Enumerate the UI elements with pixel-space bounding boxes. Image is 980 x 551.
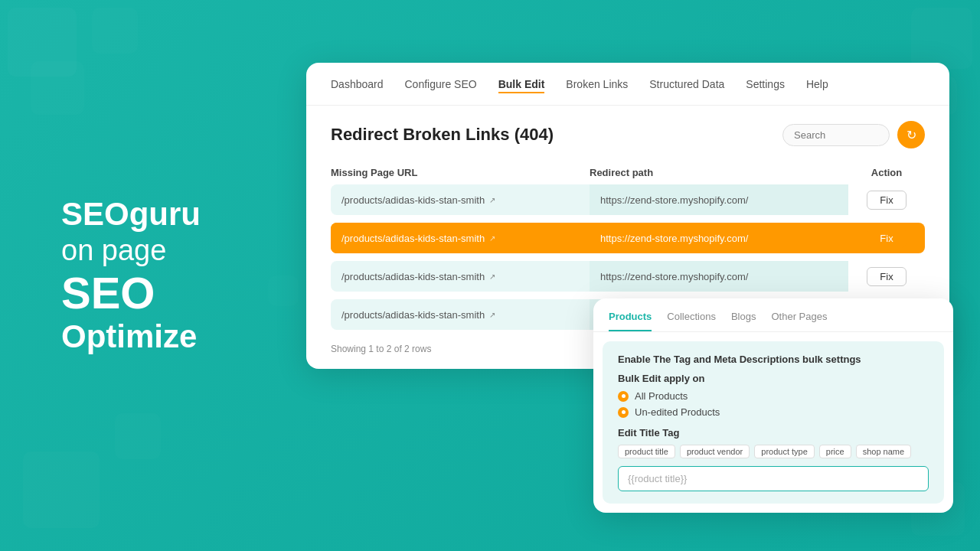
cell-url-4: /products/adidas-kids-stan-smith ↗ — [331, 299, 590, 330]
second-card: Products Collections Blogs Other Pages E… — [593, 298, 953, 513]
col-redirect: Redirect path — [590, 167, 848, 178]
deco-sq9 — [268, 276, 299, 306]
tab-blogs[interactable]: Blogs — [731, 311, 756, 331]
tab-products[interactable]: Products — [609, 311, 652, 331]
nav-settings[interactable]: Settings — [746, 75, 785, 93]
deco-sq7 — [115, 413, 161, 459]
tab-collections[interactable]: Collections — [667, 311, 716, 331]
panel-content: Enable The Tag and Meta Descriptions bul… — [603, 341, 944, 504]
tags-row: product title product vendor product typ… — [618, 445, 929, 458]
table-row-highlighted: /products/adidas-kids-stan-smith ↗ https… — [331, 223, 925, 253]
bulk-edit-label: Bulk Edit apply on — [618, 373, 929, 384]
nav-bulk-edit[interactable]: Bulk Edit — [498, 75, 545, 93]
radio-all-products[interactable]: All Products — [618, 390, 929, 402]
radio-group: All Products Un-edited Products — [618, 390, 929, 418]
col-action: Action — [848, 167, 925, 178]
refresh-icon: ↻ — [906, 128, 916, 142]
redirect-text-1: https://zend-store.myshopify.com/ — [600, 194, 748, 206]
template-input[interactable] — [618, 466, 929, 491]
fix-button-2[interactable]: Fix — [867, 229, 906, 248]
enable-text: Enable The Tag and Meta Descriptions bul… — [618, 354, 929, 365]
hero-line2: on page — [61, 233, 201, 269]
nav-broken-links[interactable]: Broken Links — [566, 75, 628, 93]
table-header: Missing Page URL Redirect path Action — [331, 161, 925, 184]
nav-help[interactable]: Help — [806, 75, 828, 93]
radio-dot-1 — [618, 391, 629, 402]
ext-icon-1: ↗ — [489, 196, 495, 204]
tag-price[interactable]: price — [819, 445, 851, 458]
tag-product-vendor[interactable]: product vendor — [680, 445, 750, 458]
nav-structured-data[interactable]: Structured Data — [649, 75, 724, 93]
redirect-text-3: https://zend-store.myshopify.com/ — [600, 271, 748, 282]
tag-product-type[interactable]: product type — [754, 445, 815, 458]
cell-action-2: Fix — [848, 223, 925, 253]
hero-text: SEOguru on page SEO Optimize — [61, 195, 201, 356]
cell-url-3: /products/adidas-kids-stan-smith ↗ — [331, 261, 590, 292]
page-title: Redirect Broken Links (404) — [331, 125, 554, 145]
hero-line1: SEOguru — [61, 195, 201, 233]
tag-shop-name[interactable]: shop name — [856, 445, 911, 458]
edit-title-label: Edit Title Tag — [618, 427, 929, 439]
refresh-button[interactable]: ↻ — [897, 121, 925, 148]
deco-sq2 — [92, 8, 138, 54]
header-right: ↻ — [782, 121, 925, 148]
hero-line3: SEO — [61, 269, 201, 318]
fix-button-3[interactable]: Fix — [867, 267, 906, 286]
nav-dashboard[interactable]: Dashboard — [331, 75, 384, 93]
search-input[interactable] — [782, 124, 890, 146]
url-text-1: /products/adidas-kids-stan-smith — [341, 194, 485, 206]
cell-url-2: /products/adidas-kids-stan-smith ↗ — [331, 223, 590, 253]
hero-line4: Optimize — [61, 318, 201, 356]
url-text-4: /products/adidas-kids-stan-smith — [341, 309, 485, 321]
table-row: /products/adidas-kids-stan-smith ↗ https… — [331, 261, 925, 292]
cell-redirect-1: https://zend-store.myshopify.com/ — [590, 184, 848, 215]
radio-unedited-products[interactable]: Un-edited Products — [618, 406, 929, 418]
deco-sq3 — [31, 61, 84, 115]
url-text-2: /products/adidas-kids-stan-smith — [341, 233, 485, 244]
tag-product-title[interactable]: product title — [618, 445, 675, 458]
cell-redirect-3: https://zend-store.myshopify.com/ — [590, 261, 848, 292]
radio-dot-2 — [618, 407, 629, 418]
redirect-text-2: https://zend-store.myshopify.com/ — [600, 233, 748, 244]
table-row: /products/adidas-kids-stan-smith ↗ https… — [331, 184, 925, 215]
cell-action-1: Fix — [848, 184, 925, 215]
ext-icon-4: ↗ — [489, 311, 495, 319]
tabs: Products Collections Blogs Other Pages — [593, 298, 953, 332]
ext-icon-2: ↗ — [489, 234, 495, 243]
cell-redirect-2: https://zend-store.myshopify.com/ — [590, 223, 848, 253]
deco-sq4 — [911, 8, 972, 69]
ext-icon-3: ↗ — [489, 272, 495, 281]
page-header: Redirect Broken Links (404) ↻ — [306, 106, 949, 161]
nav-configure-seo[interactable]: Configure SEO — [405, 75, 477, 93]
radio-label-1: All Products — [635, 390, 688, 402]
url-text-3: /products/adidas-kids-stan-smith — [341, 271, 485, 282]
fix-button-1[interactable]: Fix — [867, 191, 906, 210]
deco-sq6 — [23, 452, 100, 528]
col-url: Missing Page URL — [331, 167, 590, 178]
cell-action-3: Fix — [848, 261, 925, 292]
cell-url-1: /products/adidas-kids-stan-smith ↗ — [331, 184, 590, 215]
nav: Dashboard Configure SEO Bulk Edit Broken… — [306, 63, 949, 106]
tab-other-pages[interactable]: Other Pages — [771, 311, 827, 331]
radio-label-2: Un-edited Products — [635, 406, 720, 418]
